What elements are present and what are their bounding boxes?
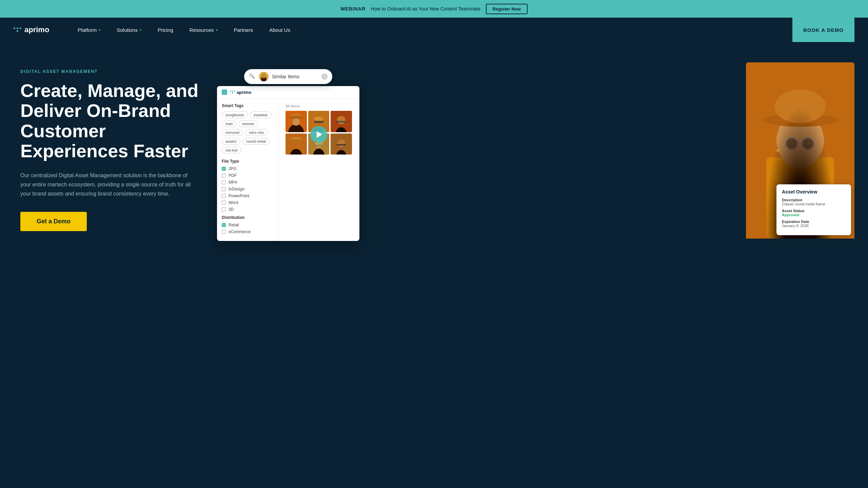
search-label: Similar Items [272, 74, 299, 79]
tag-mirrored[interactable]: mirrored [222, 129, 243, 136]
hero-badge: DIGITAL ASSET MANAGEMENT [20, 69, 217, 74]
svg-rect-15 [336, 121, 347, 123]
asset-description-field: Description Classic round metal frame [782, 198, 846, 206]
filter-jpg[interactable]: JPG [222, 166, 273, 171]
nav-item-resources[interactable]: Resources ▾ [181, 18, 226, 42]
dam-results-area: 98 Items [278, 99, 359, 241]
svg-point-33 [786, 138, 798, 150]
checkbox-pdf[interactable] [222, 174, 226, 178]
svg-rect-23 [315, 145, 323, 146]
dam-sidebar: Smart Tags sunglasses eyewear man woman … [217, 99, 278, 241]
status-value: Approved [782, 213, 846, 217]
asset-grid [281, 109, 357, 159]
chevron-down-icon: ▾ [140, 28, 141, 32]
nav-item-about[interactable]: About Us [261, 18, 298, 42]
expiration-value: January 8, 2028 [782, 224, 846, 228]
svg-point-36 [786, 138, 797, 149]
svg-rect-27 [337, 144, 346, 145]
webinar-text: How to Onboard AI as Your New Content Te… [371, 6, 480, 12]
asset-grid-item[interactable] [285, 111, 307, 132]
svg-point-37 [803, 138, 813, 149]
announcement-bar: WEBINAR How to Onboard AI as Your New Co… [0, 0, 868, 18]
checkbox-word[interactable] [222, 201, 226, 205]
checkbox-retail[interactable] [222, 223, 226, 227]
filter-ecommerce[interactable]: eCommerce [222, 229, 273, 234]
checkbox-jpg[interactable] [222, 167, 226, 171]
svg-point-31 [763, 113, 837, 127]
checkbox-ecommerce[interactable] [222, 230, 226, 234]
svg-point-10 [314, 117, 323, 121]
tag-man[interactable]: man [222, 120, 236, 127]
tag-round-metal[interactable]: round metal [242, 138, 270, 145]
nav-links: Platform ▾ Solutions ▾ Pricing Resources… [70, 18, 792, 42]
checkbox-indesign[interactable] [222, 187, 226, 191]
chevron-down-icon: ▾ [216, 28, 218, 32]
filter-word[interactable]: Word [222, 200, 273, 205]
tag-cat-eye[interactable]: cat-eye [222, 147, 241, 154]
asset-grid-item[interactable] [331, 134, 352, 155]
checkbox-powerpoint[interactable] [222, 194, 226, 198]
search-icon: 🔍 [249, 73, 256, 80]
file-type-title: File Type [222, 159, 273, 164]
distribution-title: Distribution [222, 215, 273, 220]
svg-point-34 [802, 138, 814, 150]
svg-point-2 [262, 74, 266, 78]
svg-point-38 [776, 149, 780, 152]
tag-woman[interactable]: woman [238, 120, 258, 127]
get-demo-button[interactable]: Get a Demo [20, 212, 87, 231]
logo-dot [14, 27, 15, 29]
checkbox-mp4[interactable] [222, 180, 226, 184]
filter-mp4[interactable]: MP4 [222, 180, 273, 185]
smart-tags-title: Smart Tags [222, 103, 273, 108]
asset-expiration-field: Expiration Date January 8, 2028 [782, 220, 846, 228]
checkbox-3d[interactable] [222, 207, 226, 211]
asset-grid-item[interactable] [285, 134, 307, 155]
nav-item-platform[interactable]: Platform ▾ [70, 18, 108, 42]
file-type-filter: File Type JPG PDF MP4 [222, 159, 273, 212]
logo-dot [17, 27, 18, 29]
svg-point-32 [775, 89, 826, 123]
logo-text: aprimo [24, 25, 49, 34]
filter-indesign[interactable]: InDesign [222, 187, 273, 191]
tag-aviator[interactable]: aviator [222, 138, 240, 145]
nav-item-partners[interactable]: Partners [226, 18, 261, 42]
hero-left: DIGITAL ASSET MANAGEMENT Create, Manage,… [20, 62, 217, 231]
description-label: Description [782, 198, 846, 202]
svg-point-14 [337, 116, 346, 124]
asset-grid-item[interactable] [331, 111, 352, 132]
hero-title: Create, Manage, and Deliver On-Brand Cus… [20, 81, 217, 161]
register-now-button[interactable]: Register Now [486, 4, 528, 14]
book-demo-button[interactable]: BOOK A DEMO [792, 18, 854, 42]
hero-right: 🔍 Similar Items ✕ [217, 62, 848, 300]
expiration-label: Expiration Date [782, 220, 846, 224]
distribution-filter: Distribution Retail eCommerce [222, 215, 273, 234]
svg-point-7 [292, 118, 300, 126]
filter-powerpoint[interactable]: PowerPoint [222, 194, 273, 198]
svg-point-30 [776, 113, 824, 167]
logo[interactable]: aprimo [14, 25, 49, 34]
hero-description: Our centralized Digital Asset Management… [20, 171, 197, 199]
search-bar[interactable]: 🔍 Similar Items ✕ [244, 69, 332, 84]
asset-overview-title: Asset Overview [782, 189, 846, 195]
logo-dot [20, 27, 21, 29]
description-value: Classic round metal frame [782, 202, 846, 206]
nav-item-pricing[interactable]: Pricing [150, 18, 181, 42]
search-clear-icon[interactable]: ✕ [321, 74, 328, 80]
filter-retail[interactable]: Retail [222, 223, 273, 227]
logo-dot-empty [14, 30, 15, 32]
chevron-down-icon: ▾ [99, 28, 100, 32]
logo-dot-empty [20, 30, 21, 32]
dam-logo-dots [230, 90, 235, 94]
dam-panel-logo: aprimo [230, 90, 251, 95]
logo-dot [17, 30, 18, 32]
filter-3d[interactable]: 3D [222, 207, 273, 212]
tag-retro-chic[interactable]: retro chic [245, 129, 268, 136]
results-count: 98 Items [281, 101, 357, 109]
tag-eyewear[interactable]: eyewear [250, 111, 272, 118]
play-button[interactable] [310, 126, 327, 143]
nav-item-solutions[interactable]: Solutions ▾ [108, 18, 150, 42]
status-label: Asset Status [782, 209, 846, 213]
tag-sunglasses[interactable]: sunglasses [222, 111, 248, 118]
tag-cloud: sunglasses eyewear man woman mirrored re… [222, 111, 273, 154]
filter-pdf[interactable]: PDF [222, 173, 273, 178]
